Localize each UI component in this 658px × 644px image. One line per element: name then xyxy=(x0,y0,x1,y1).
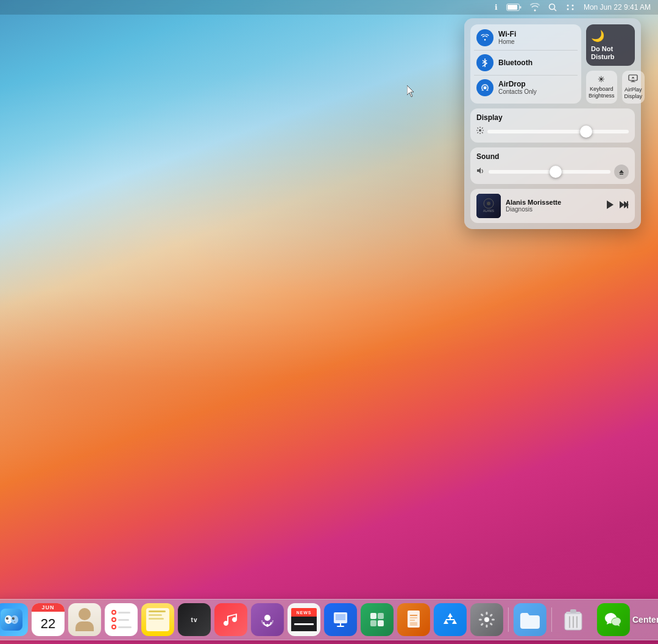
svg-rect-48 xyxy=(370,620,377,626)
cc-dnd-title: Do Not Disturb xyxy=(591,45,630,61)
svg-marker-21 xyxy=(477,168,481,174)
svg-rect-1 xyxy=(508,5,517,10)
cc-connectivity-panel: Wi-Fi Home Bluetooth xyxy=(470,24,581,104)
svg-point-12 xyxy=(479,129,481,132)
svg-point-38 xyxy=(7,618,8,618)
svg-rect-25 xyxy=(476,194,501,218)
svg-rect-54 xyxy=(410,622,417,626)
dock-news[interactable]: NEWS xyxy=(288,603,320,636)
cc-airdrop-title: AirDrop xyxy=(498,80,537,88)
svg-point-8 xyxy=(571,9,573,10)
svg-rect-47 xyxy=(378,613,384,619)
cc-airdrop-text: AirDrop Contacts Only xyxy=(498,80,537,96)
dock-notes[interactable] xyxy=(141,603,174,636)
svg-rect-43 xyxy=(336,614,345,620)
svg-point-39 xyxy=(13,618,14,618)
svg-point-10 xyxy=(484,87,487,90)
svg-point-40 xyxy=(264,615,271,621)
dock-podcasts[interactable] xyxy=(251,603,284,636)
svg-line-18 xyxy=(482,132,483,133)
cc-play-button[interactable] xyxy=(606,200,614,211)
wechat-center-label: Center xyxy=(632,615,658,625)
cc-display-section: Display xyxy=(470,108,635,143)
svg-point-35 xyxy=(11,615,18,624)
dock-keynote[interactable] xyxy=(324,603,357,636)
cc-dnd-icon: 🌙 xyxy=(591,29,604,43)
dock-system-preferences[interactable] xyxy=(470,603,503,636)
dock-calendar[interactable]: JUN 22 xyxy=(32,603,65,636)
svg-rect-2 xyxy=(520,6,522,9)
cc-wifi-icon xyxy=(476,29,494,46)
cc-keyboard-brightness-icon: ✳ xyxy=(598,74,605,84)
svg-text:ALANIS: ALANIS xyxy=(483,209,494,213)
cc-right-col: 🌙 Do Not Disturb ✳ Keyboard Brightness xyxy=(586,24,635,104)
cc-sound-title: Sound xyxy=(476,152,629,161)
svg-point-7 xyxy=(567,9,568,10)
dock-trash[interactable] xyxy=(557,603,590,636)
svg-point-27 xyxy=(487,202,490,205)
svg-point-36 xyxy=(6,617,9,620)
cc-display-slider[interactable] xyxy=(487,126,629,138)
menubar-datetime: Mon Jun 22 9:41 AM xyxy=(584,3,651,12)
dock-music[interactable] xyxy=(214,603,247,636)
cc-divider-1 xyxy=(474,50,578,51)
cc-display-brightness-low-icon xyxy=(476,127,484,136)
svg-line-20 xyxy=(482,128,483,129)
svg-point-6 xyxy=(571,5,573,7)
cc-airplay-display-button[interactable]: AirPlay Display xyxy=(622,71,645,104)
dock-reminders[interactable] xyxy=(105,603,138,636)
dock-calendar-month: JUN xyxy=(32,603,65,612)
dock-app-store[interactable] xyxy=(434,603,467,636)
cc-sound-airplay-button[interactable] xyxy=(614,165,629,179)
dock-folder[interactable] xyxy=(514,603,547,636)
svg-rect-60 xyxy=(570,609,576,613)
dock-contacts[interactable] xyxy=(68,603,101,636)
cc-airdrop-item[interactable]: AirDrop Contacts Only xyxy=(476,79,575,96)
svg-rect-41 xyxy=(266,624,269,627)
dock-finder[interactable] xyxy=(0,603,28,636)
svg-line-4 xyxy=(554,9,556,12)
dock-numbers[interactable] xyxy=(361,603,394,636)
cc-wifi-title: Wi-Fi xyxy=(498,30,516,38)
cc-skip-forward-button[interactable] xyxy=(619,200,629,211)
svg-point-5 xyxy=(567,5,568,7)
cc-wifi-item[interactable]: Wi-Fi Home xyxy=(476,29,575,46)
cc-album-art: ALANIS xyxy=(476,194,501,218)
cc-sound-section: Sound xyxy=(470,147,635,184)
control-center-panel: Wi-Fi Home Bluetooth xyxy=(464,18,641,229)
cc-airdrop-icon xyxy=(476,79,494,96)
cc-connectivity-row: Wi-Fi Home Bluetooth xyxy=(470,24,635,104)
cc-nowplaying-artist: Alanis Morissette xyxy=(506,199,601,206)
cc-wifi-sub: Home xyxy=(498,38,516,46)
cc-airplay-display-label: AirPlay Display xyxy=(624,87,643,100)
cc-display-title: Display xyxy=(476,113,629,122)
dock-apple-tv[interactable]: tv xyxy=(178,603,211,636)
svg-marker-29 xyxy=(607,200,614,209)
cc-bluetooth-icon xyxy=(476,54,494,71)
cc-keyboard-brightness-button[interactable]: ✳ Keyboard Brightness xyxy=(586,71,617,104)
menubar-battery-icon[interactable] xyxy=(506,4,522,11)
svg-rect-46 xyxy=(370,613,377,619)
cc-bluetooth-item[interactable]: Bluetooth xyxy=(476,54,575,71)
menubar-controlcenter-icon[interactable] xyxy=(565,4,575,11)
svg-rect-32 xyxy=(627,201,628,208)
dock-calendar-day: 22 xyxy=(41,612,55,636)
dock-wechat[interactable]: Center xyxy=(593,603,658,636)
cc-sound-slider[interactable] xyxy=(489,166,610,178)
cc-dnd-button[interactable]: 🌙 Do Not Disturb xyxy=(586,24,635,66)
menubar-search-icon[interactable] xyxy=(548,3,557,12)
menubar: ℹ Mon Jun 22 9:41 AM xyxy=(0,0,658,15)
dock-pages[interactable] xyxy=(397,603,430,636)
svg-marker-30 xyxy=(620,201,624,208)
cc-bluetooth-text: Bluetooth xyxy=(498,58,532,67)
svg-rect-23 xyxy=(620,174,623,175)
menubar-wifi-icon[interactable] xyxy=(530,3,540,12)
svg-marker-22 xyxy=(619,170,624,173)
dock-separator xyxy=(508,607,509,632)
cc-divider-2 xyxy=(474,75,578,76)
svg-line-17 xyxy=(478,128,479,129)
cc-small-buttons-row: ✳ Keyboard Brightness AirPlay Display xyxy=(586,71,635,104)
cc-keyboard-brightness-label: Keyboard Brightness xyxy=(589,86,615,99)
cc-airdrop-sub: Contacts Only xyxy=(498,88,537,96)
menubar-info-icon[interactable]: ℹ xyxy=(495,3,498,12)
